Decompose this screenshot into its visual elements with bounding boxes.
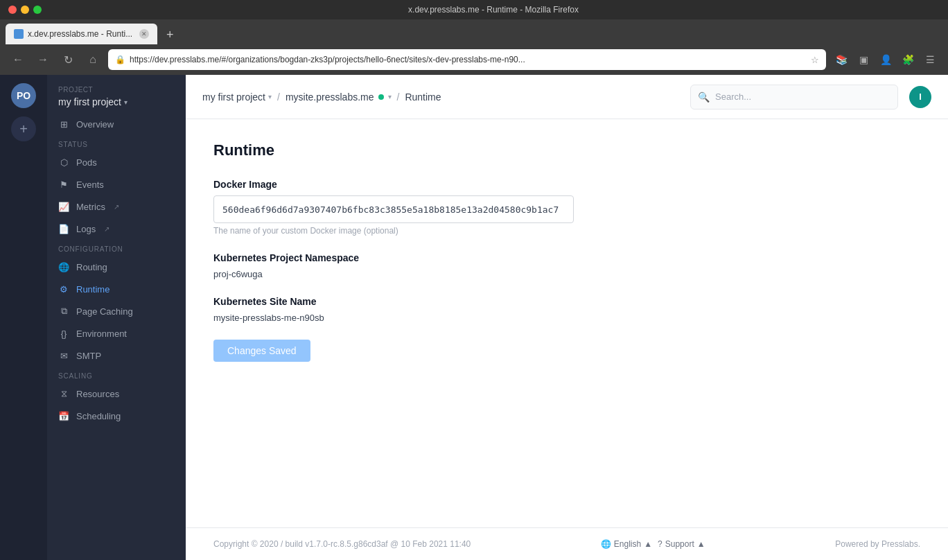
minimize-button[interactable] — [21, 6, 29, 14]
reload-button[interactable]: ↻ — [58, 50, 78, 69]
browser-tools: 📚 ▣ 👤 🧩 ☰ — [832, 50, 940, 69]
k8s-namespace-value: proj-c6wuga — [213, 269, 920, 279]
search-icon: 🔍 — [698, 91, 710, 103]
sidebar-item-pods[interactable]: ⬡ Pods — [47, 151, 186, 173]
library-icon[interactable]: 📚 — [832, 50, 851, 69]
new-tab-button[interactable]: + — [160, 25, 179, 44]
url-display: https://dev.presslabs.me/#/organizations… — [130, 55, 807, 64]
support-link[interactable]: ? Support ▲ — [658, 539, 705, 549]
sidebar-item-page-caching[interactable]: ⧉ Page Caching — [47, 300, 186, 322]
extensions-icon[interactable]: 🧩 — [898, 50, 918, 69]
calendar-icon: 📅 — [58, 410, 69, 421]
bookmark-star-icon[interactable]: ☆ — [811, 55, 819, 65]
window-title: x.dev.presslabs.me - Runtime - Mozilla F… — [408, 5, 579, 15]
site-chevron-icon: ▾ — [388, 93, 392, 100]
home-button[interactable]: ⌂ — [83, 50, 103, 69]
file-icon: 📄 — [58, 223, 69, 234]
changes-saved-button[interactable]: Changes Saved — [213, 340, 310, 362]
docker-image-section: Docker Image The name of your custom Doc… — [213, 179, 920, 236]
metrics-ext-icon: ↗ — [114, 203, 119, 211]
breadcrumb-current: Runtime — [405, 91, 441, 103]
footer-center: 🌐 English ▲ ? Support ▲ — [601, 539, 705, 549]
add-button[interactable]: + — [11, 116, 36, 141]
globe-icon-footer: 🌐 — [601, 539, 611, 549]
k8s-site-name-section: Kubernetes Site Name mysite-presslabs-me… — [213, 296, 920, 323]
support-chevron-icon: ▲ — [697, 539, 705, 549]
avatar[interactable]: PO — [11, 83, 36, 108]
nav-header: PROJECT my first project ▾ — [47, 75, 186, 113]
sidebar-item-routing[interactable]: 🌐 Routing — [47, 256, 186, 278]
sidebar-item-environment[interactable]: {} Environment — [47, 322, 186, 344]
logs-ext-icon: ↗ — [104, 225, 109, 233]
forward-button[interactable]: → — [33, 50, 53, 69]
tab-label: x.dev.presslabs.me - Runti... — [28, 29, 132, 39]
breadcrumb-project[interactable]: my first project ▾ — [202, 91, 272, 103]
sidebar-item-events[interactable]: ⚑ Events — [47, 173, 186, 195]
browser-tab[interactable]: x.dev.presslabs.me - Runti... ✕ — [6, 24, 157, 44]
main-content: my first project ▾ / mysite.presslabs.me… — [186, 75, 948, 560]
app-container: PO + PROJECT my first project ▾ ⊞ Overvi… — [0, 75, 948, 560]
sidebar-dark: PO + — [0, 75, 47, 560]
user-avatar[interactable]: I — [909, 86, 931, 108]
k8s-site-name-value: mysite-presslabs-me-n90sb — [213, 313, 920, 323]
sidebar-item-overview[interactable]: ⊞ Overview — [47, 113, 186, 135]
sidebar-nav: PROJECT my first project ▾ ⊞ Overview ST… — [47, 75, 186, 560]
box-icon: ⬡ — [58, 157, 69, 168]
docker-image-hint: The name of your custom Docker image (op… — [213, 226, 920, 236]
browser-tabbar: x.dev.presslabs.me - Runti... ✕ + — [0, 19, 948, 44]
back-button[interactable]: ← — [8, 50, 28, 69]
question-icon: ? — [658, 539, 662, 549]
chart-icon: 📈 — [58, 201, 69, 212]
grid-icon: ⊞ — [58, 119, 69, 130]
k8s-namespace-section: Kubernetes Project Namespace proj-c6wuga — [213, 252, 920, 279]
profile-icon[interactable]: 👤 — [876, 50, 895, 69]
breadcrumb-site[interactable]: mysite.presslabs.me ▾ — [286, 91, 392, 103]
close-button[interactable] — [8, 6, 17, 14]
sidebar-item-metrics[interactable]: 📈 Metrics ↗ — [47, 195, 186, 218]
tab-close-button[interactable]: ✕ — [139, 29, 149, 39]
breadcrumb: my first project ▾ / mysite.presslabs.me… — [202, 91, 685, 103]
project-label: PROJECT — [58, 86, 175, 94]
menu-icon[interactable]: ☰ — [920, 50, 940, 69]
footer-copyright: Copyright © 2020 / build v1.7.0-rc.8.5.g… — [213, 539, 471, 549]
security-icon: 🔒 — [115, 55, 125, 64]
traffic-lights — [8, 6, 42, 14]
globe-icon: 🌐 — [58, 261, 69, 272]
status-section-label: STATUS — [47, 135, 186, 151]
language-selector[interactable]: 🌐 English ▲ — [601, 539, 652, 549]
project-name[interactable]: my first project ▾ — [58, 96, 175, 107]
browser-titlebar: x.dev.presslabs.me - Runtime - Mozilla F… — [0, 0, 948, 19]
page-title: Runtime — [213, 141, 920, 159]
page-body: Runtime Docker Image The name of your cu… — [186, 119, 948, 527]
sidebar-item-logs[interactable]: 📄 Logs ↗ — [47, 218, 186, 240]
breadcrumb-sep-2: / — [397, 91, 400, 103]
gear-icon: ⚙ — [58, 283, 69, 295]
k8s-site-name-label: Kubernetes Site Name — [213, 296, 920, 307]
docker-image-input[interactable] — [213, 195, 574, 223]
site-status-indicator — [378, 94, 384, 100]
configuration-section-label: CONFIGURATION — [47, 240, 186, 256]
sidebar-icon[interactable]: ▣ — [854, 50, 873, 69]
layers-icon: ⧉ — [58, 306, 69, 317]
sidebar-item-smtp[interactable]: ✉ SMTP — [47, 344, 186, 367]
address-bar[interactable]: 🔒 https://dev.presslabs.me/#/organizatio… — [108, 49, 826, 70]
mail-icon: ✉ — [58, 350, 69, 361]
maximize-button[interactable] — [33, 6, 42, 14]
scaling-section-label: SCALING — [47, 367, 186, 383]
footer-powered-by: Powered by Presslabs. — [835, 539, 920, 549]
browser-addressbar: ← → ↻ ⌂ 🔒 https://dev.presslabs.me/#/org… — [0, 44, 948, 75]
breadcrumb-sep-1: / — [277, 91, 280, 103]
page-footer: Copyright © 2020 / build v1.7.0-rc.8.5.g… — [186, 527, 948, 560]
braces-icon: {} — [58, 328, 69, 339]
search-placeholder: Search... — [715, 91, 751, 102]
flag-icon: ⚑ — [58, 179, 69, 190]
sidebar-item-resources[interactable]: ⧖ Resources — [47, 383, 186, 405]
sidebar-item-runtime[interactable]: ⚙ Runtime — [47, 278, 186, 300]
search-bar[interactable]: 🔍 Search... — [690, 85, 898, 110]
docker-image-label: Docker Image — [213, 179, 920, 190]
project-chevron-icon: ▾ — [124, 98, 128, 106]
sliders-icon: ⧖ — [58, 388, 69, 399]
main-header: my first project ▾ / mysite.presslabs.me… — [186, 75, 948, 119]
tab-favicon — [14, 29, 24, 39]
sidebar-item-scheduling[interactable]: 📅 Scheduling — [47, 405, 186, 427]
